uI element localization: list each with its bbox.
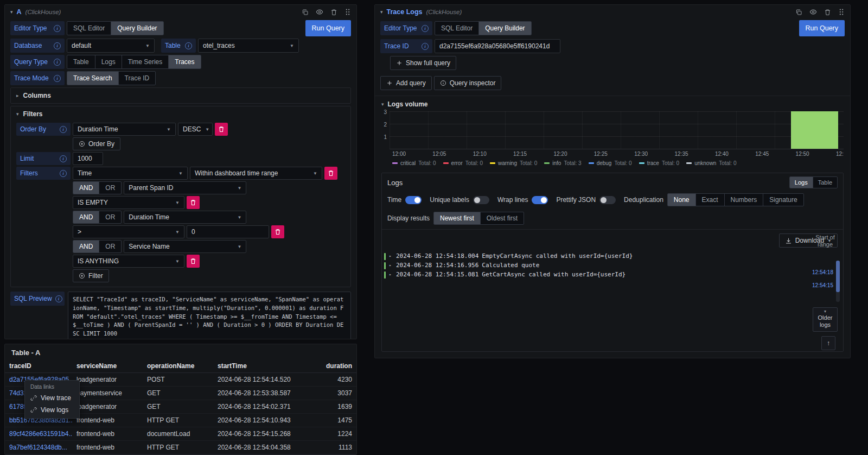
duplicate-query-icon[interactable] xyxy=(795,9,802,16)
expand-log-icon[interactable]: ▸ xyxy=(389,263,393,269)
dedup-exact[interactable]: Exact xyxy=(695,194,724,206)
info-icon[interactable]: i xyxy=(54,59,61,66)
info-icon[interactable]: i xyxy=(422,25,429,32)
log-line[interactable]: ▸ 2024-06-28 12:54:15.081 GetCartAsync c… xyxy=(384,270,805,280)
chevron-down-icon[interactable]: ▾ xyxy=(380,9,383,15)
editor-type-query-builder[interactable]: Query Builder xyxy=(111,22,163,35)
editor-type-sql-editor[interactable]: SQL Editor xyxy=(435,22,478,35)
legend-item-critical[interactable]: criticalTotal: 0 xyxy=(392,160,436,166)
filter-field-select[interactable]: Duration Time ▼ xyxy=(124,211,246,224)
legend-item-debug[interactable]: debugTotal: 0 xyxy=(589,160,632,166)
info-icon[interactable]: i xyxy=(422,43,429,50)
plot-area[interactable] xyxy=(390,111,844,149)
query-type-traces[interactable]: Traces xyxy=(168,55,200,68)
info-icon[interactable]: i xyxy=(54,42,61,49)
legend-item-warning[interactable]: warningTotal: 0 xyxy=(490,160,537,166)
trace-mode-trace-id[interactable]: Trace ID xyxy=(118,72,156,85)
remove-filter-button[interactable] xyxy=(324,167,337,180)
column-header-duration[interactable]: duration xyxy=(313,359,356,373)
query-inspector-button[interactable]: Query inspector xyxy=(434,76,502,90)
log-line[interactable]: ▸ 2024-06-28 12:54:18.004 EmptyCartAsync… xyxy=(384,252,805,261)
scroll-to-top-button[interactable]: ↑ xyxy=(821,336,835,350)
logs-volume-section-header[interactable]: ▾ Logs volume xyxy=(375,96,850,110)
filter-value-input[interactable]: 0 xyxy=(187,225,269,238)
dedup-signature[interactable]: Signature xyxy=(763,194,803,206)
column-header-starttime[interactable]: startTime xyxy=(213,359,313,373)
info-icon[interactable]: i xyxy=(60,170,67,177)
filter-field-select[interactable]: Parent Span ID ▼ xyxy=(124,181,246,194)
legend-item-unknown[interactable]: unknownTotal: 0 xyxy=(686,160,736,166)
unique-labels-toggle[interactable] xyxy=(473,196,489,204)
filter-time-field-select[interactable]: Time ▼ xyxy=(73,167,188,180)
duplicate-query-icon[interactable] xyxy=(302,9,309,16)
and-option[interactable]: AND xyxy=(73,211,99,223)
trace-mode-trace-search[interactable]: Trace Search xyxy=(67,72,118,85)
trace-id-link[interactable]: 89cf4286e631591b4... xyxy=(5,427,72,441)
query-type-time-series[interactable]: Time Series xyxy=(122,55,169,68)
legend-item-trace[interactable]: traceTotal: 0 xyxy=(639,160,679,166)
database-select[interactable]: default ▼ xyxy=(67,39,155,53)
order-by-field-select[interactable]: Duration Time ▼ xyxy=(73,123,176,136)
filter-operator-select[interactable]: IS ANYTHING ▼ xyxy=(73,255,184,268)
trace-id-input[interactable]: d2a7155ef6a928a05680e5ff6190241d xyxy=(435,39,560,53)
view-table-option[interactable]: Table xyxy=(813,177,837,188)
view-logs-menu-item[interactable]: View logs xyxy=(25,404,79,416)
view-logs-option[interactable]: Logs xyxy=(790,177,813,188)
filter-field-select[interactable]: Service Name ▼ xyxy=(124,240,246,253)
add-order-by-button[interactable]: Order By xyxy=(73,137,120,150)
view-trace-menu-item[interactable]: View trace xyxy=(25,392,79,404)
info-icon[interactable]: i xyxy=(60,155,67,162)
nav-timestamp[interactable]: 12:54:18 xyxy=(812,269,833,275)
info-level-bar[interactable] xyxy=(791,111,838,149)
scrollbar-thumb[interactable] xyxy=(836,261,840,292)
legend-item-info[interactable]: infoTotal: 3 xyxy=(544,160,581,166)
info-icon[interactable]: i xyxy=(60,126,67,133)
info-icon[interactable]: i xyxy=(54,75,61,82)
delete-query-icon[interactable] xyxy=(824,9,831,16)
query-type-table[interactable]: Table xyxy=(67,55,95,68)
legend-item-error[interactable]: errorTotal: 0 xyxy=(443,160,483,166)
chevron-down-icon[interactable]: ▾ xyxy=(10,9,13,15)
columns-section-header[interactable]: ▸ Columns xyxy=(11,88,350,103)
column-header-servicename[interactable]: serviceName xyxy=(72,359,143,373)
remove-filter-button[interactable] xyxy=(187,255,200,268)
run-query-button[interactable]: Run Query xyxy=(305,20,351,36)
panel-title[interactable]: Trace Logs xyxy=(387,8,423,16)
and-option[interactable]: AND xyxy=(73,241,99,252)
info-icon[interactable]: i xyxy=(54,25,61,32)
and-option[interactable]: AND xyxy=(73,182,99,194)
column-header-traceid[interactable]: traceID xyxy=(5,359,72,373)
filter-operator-select[interactable]: > ▼ xyxy=(73,225,184,238)
add-query-button[interactable]: Add query xyxy=(380,76,432,90)
expand-log-icon[interactable]: ▸ xyxy=(389,272,393,278)
filter-operator-select[interactable]: IS EMPTY ▼ xyxy=(73,196,184,209)
hide-query-icon[interactable] xyxy=(316,8,323,16)
newest-first-option[interactable]: Newest first xyxy=(434,212,480,224)
remove-filter-button[interactable] xyxy=(271,225,284,238)
expand-log-icon[interactable]: ▸ xyxy=(389,254,393,260)
trace-id-link[interactable]: 9a7bef6124348db... xyxy=(5,441,72,454)
dedup-none[interactable]: None xyxy=(668,194,695,206)
table-select[interactable]: otel_traces ▼ xyxy=(198,39,299,53)
older-logs-button[interactable]: ▾ Older logs xyxy=(813,307,838,332)
filter-time-range-select[interactable]: Within dashboard time range ▼ xyxy=(190,167,322,180)
dedup-numbers[interactable]: Numbers xyxy=(724,194,763,206)
order-by-direction-select[interactable]: DESC ▼ xyxy=(178,123,213,136)
remove-filter-button[interactable] xyxy=(187,196,200,209)
editor-type-sql-editor[interactable]: SQL Editor xyxy=(67,22,111,35)
editor-type-query-builder[interactable]: Query Builder xyxy=(478,22,531,35)
query-ref-id[interactable]: A xyxy=(17,8,22,16)
oldest-first-option[interactable]: Oldest first xyxy=(480,212,524,224)
info-icon[interactable]: i xyxy=(55,295,62,302)
or-option[interactable]: OR xyxy=(99,241,121,252)
limit-input[interactable]: 1000 xyxy=(73,152,103,165)
filters-section-header[interactable]: ▾ Filters xyxy=(11,106,350,122)
remove-order-by-button[interactable] xyxy=(215,123,228,136)
wrap-lines-toggle[interactable] xyxy=(532,196,548,204)
column-header-operationname[interactable]: operationName xyxy=(143,359,213,373)
query-type-logs[interactable]: Logs xyxy=(95,55,122,68)
info-icon[interactable]: i xyxy=(185,42,192,49)
hide-query-icon[interactable] xyxy=(809,8,817,16)
or-option[interactable]: OR xyxy=(99,182,121,194)
prettify-json-toggle[interactable] xyxy=(599,196,616,204)
